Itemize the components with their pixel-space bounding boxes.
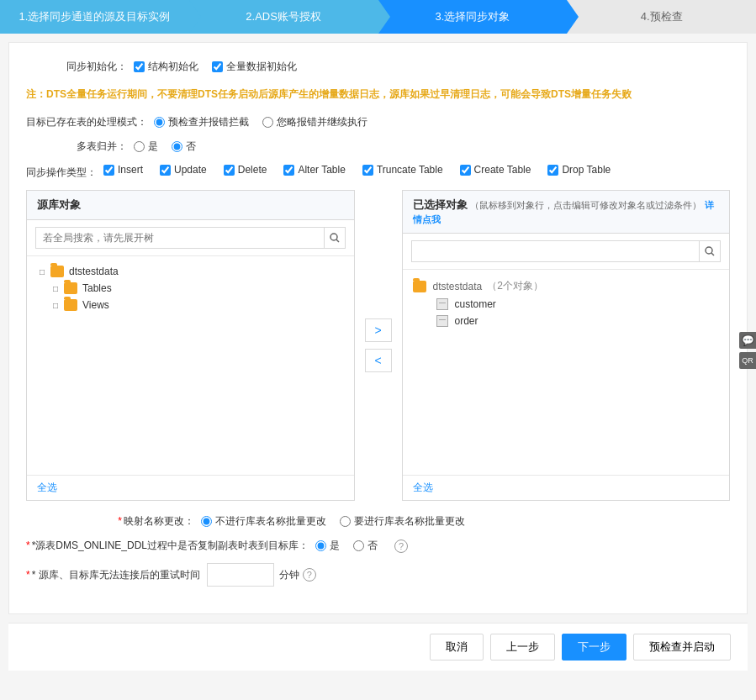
do-change-radio[interactable] bbox=[340, 516, 351, 527]
svg-line-1 bbox=[336, 239, 339, 242]
side-qr-button[interactable]: QR bbox=[739, 352, 756, 369]
tree-item-dtstestdata[interactable]: □ dtstestdata bbox=[37, 263, 344, 280]
cancel-button[interactable]: 取消 bbox=[430, 634, 484, 661]
ddl-copy-label: *源表DMS_ONLINE_DDL过程中是否复制副表时表到目标库： bbox=[26, 539, 309, 553]
step-3[interactable]: 3.选择同步对象 bbox=[378, 0, 568, 34]
target-search-input[interactable] bbox=[411, 240, 700, 262]
truncate-table-option[interactable]: Truncate Table bbox=[362, 164, 443, 176]
tree-item-tables[interactable]: □ Tables bbox=[50, 280, 344, 297]
step-1[interactable]: 1.选择同步通道的源及目标实例 bbox=[0, 0, 189, 34]
target-table-mode-row: 目标已存在表的处理模式： 预检查并报错拦截 您略报错并继续执行 bbox=[26, 115, 730, 129]
folder-icon-target-db bbox=[413, 281, 426, 292]
insert-option[interactable]: Insert bbox=[103, 164, 143, 176]
footer-bar: 取消 上一步 下一步 预检查并启动 bbox=[8, 623, 748, 671]
full-data-init-checkbox[interactable] bbox=[212, 61, 223, 72]
multi-table-row: 多表归并： 是 否 bbox=[26, 139, 730, 154]
alter-table-checkbox[interactable] bbox=[283, 165, 294, 176]
step-4[interactable]: 4.预检查 bbox=[567, 0, 756, 34]
ddl-yes-radio[interactable] bbox=[315, 540, 326, 551]
target-panel-search bbox=[403, 234, 730, 270]
alter-table-option[interactable]: Alter Table bbox=[283, 164, 345, 176]
mapping-name-row: 映射名称更改： 不进行库表名称批量更改 要进行库表名称批量更改 bbox=[26, 514, 730, 529]
expander-views[interactable]: □ bbox=[50, 300, 61, 310]
transfer-container: 源库对象 □ dtstestdata bbox=[26, 190, 730, 501]
target-panel-footer: 全选 bbox=[403, 475, 730, 500]
create-table-checkbox[interactable] bbox=[460, 165, 471, 176]
source-panel-header: 源库对象 bbox=[27, 191, 354, 220]
no-change-option[interactable]: 不进行库表名称批量更改 bbox=[201, 514, 326, 529]
target-search-button[interactable] bbox=[700, 240, 721, 262]
selected-db-dtstestdata: dtstestdata （2个对象） bbox=[413, 276, 720, 296]
sync-init-row: 同步初始化： 结构初始化 全量数据初始化 bbox=[26, 60, 730, 74]
search-icon bbox=[330, 233, 340, 243]
next-button[interactable]: 下一步 bbox=[562, 634, 626, 661]
expander-tables[interactable]: □ bbox=[50, 283, 61, 293]
source-search-input[interactable] bbox=[35, 227, 325, 249]
retry-time-help-icon[interactable]: ? bbox=[303, 568, 316, 582]
drop-table-option[interactable]: Drop Table bbox=[547, 164, 611, 176]
insert-checkbox[interactable] bbox=[103, 165, 114, 176]
create-table-option[interactable]: Create Table bbox=[460, 164, 531, 176]
side-chat-button[interactable]: 💬 bbox=[739, 332, 756, 349]
struct-init-option[interactable]: 结构初始化 bbox=[134, 60, 198, 74]
mapping-name-options: 不进行库表名称批量更改 要进行库表名称批量更改 bbox=[201, 514, 465, 529]
expander-dtstestdata[interactable]: □ bbox=[37, 266, 47, 276]
ignore-error-option[interactable]: 您略报错并继续执行 bbox=[262, 115, 367, 129]
step-2[interactable]: 2.ADS账号授权 bbox=[189, 0, 378, 34]
selected-table-order[interactable]: order bbox=[413, 313, 720, 329]
target-select-all-link[interactable]: 全选 bbox=[413, 482, 433, 493]
precheck-button[interactable]: 预检查并启动 bbox=[633, 634, 731, 661]
retry-time-label: * 源库、目标库无法连接后的重试时间 bbox=[26, 568, 200, 582]
source-select-all-link[interactable]: 全选 bbox=[37, 482, 57, 493]
ddl-copy-options: 是 否 ? bbox=[315, 539, 408, 553]
search-icon-target bbox=[705, 246, 715, 256]
table-icon-order bbox=[436, 315, 448, 327]
target-panel-body: dtstestdata （2个对象） customer order bbox=[403, 270, 730, 475]
delete-option[interactable]: Delete bbox=[224, 164, 267, 176]
update-option[interactable]: Update bbox=[160, 164, 207, 176]
do-change-option[interactable]: 要进行库表名称批量更改 bbox=[340, 514, 465, 529]
full-data-init-option[interactable]: 全量数据初始化 bbox=[212, 60, 297, 74]
no-change-radio[interactable] bbox=[201, 516, 212, 527]
precheck-block-option[interactable]: 预检查并报错拦截 bbox=[154, 115, 249, 129]
folder-icon-views bbox=[64, 299, 77, 311]
progress-bar: 1.选择同步通道的源及目标实例 2.ADS账号授权 3.选择同步对象 4.预检查 bbox=[0, 0, 756, 34]
ddl-no-option[interactable]: 否 bbox=[353, 539, 378, 553]
tree-item-views[interactable]: □ Views bbox=[50, 297, 344, 313]
source-panel-footer: 全选 bbox=[27, 475, 354, 500]
multi-table-no-radio[interactable] bbox=[172, 141, 182, 152]
source-panel-search bbox=[27, 220, 354, 256]
main-content: 同步初始化： 结构初始化 全量数据初始化 注：DTS全量任务运行期间，不要清理D… bbox=[8, 42, 748, 614]
source-panel-body: □ dtstestdata □ Tables □ Views bbox=[27, 256, 354, 475]
truncate-table-checkbox[interactable] bbox=[362, 165, 373, 176]
sync-ops-grid: Insert Update Delete Alter Table Truncat… bbox=[103, 164, 611, 176]
multi-table-yes-option[interactable]: 是 bbox=[134, 139, 158, 154]
ignore-error-radio[interactable] bbox=[262, 117, 273, 128]
multi-table-no-option[interactable]: 否 bbox=[172, 139, 196, 154]
target-table-mode-label: 目标已存在表的处理模式： bbox=[26, 115, 147, 129]
transfer-buttons: > < bbox=[355, 190, 402, 501]
ddl-copy-help-icon[interactable]: ? bbox=[394, 539, 408, 553]
sync-ops-row: 同步操作类型： Insert Update Delete Alter Table… bbox=[26, 164, 730, 180]
drop-table-checkbox[interactable] bbox=[547, 165, 558, 176]
delete-checkbox[interactable] bbox=[224, 165, 235, 176]
struct-init-checkbox[interactable] bbox=[134, 61, 145, 72]
svg-point-2 bbox=[706, 247, 712, 254]
ddl-no-radio[interactable] bbox=[353, 540, 364, 551]
prev-button[interactable]: 上一步 bbox=[490, 634, 555, 661]
sync-ops-label: 同步操作类型： bbox=[26, 164, 97, 180]
svg-point-0 bbox=[330, 234, 337, 240]
ddl-yes-option[interactable]: 是 bbox=[315, 539, 340, 553]
transfer-forward-button[interactable]: > bbox=[365, 318, 392, 342]
retry-time-input[interactable]: 720 bbox=[207, 563, 274, 587]
folder-icon-dtstestdata bbox=[50, 266, 64, 277]
source-search-button[interactable] bbox=[325, 227, 346, 249]
multi-table-label: 多表归并： bbox=[26, 139, 127, 154]
multi-table-yes-radio[interactable] bbox=[134, 141, 145, 152]
transfer-backward-button[interactable]: < bbox=[365, 349, 392, 372]
svg-line-3 bbox=[711, 253, 714, 255]
retry-time-row: * 源库、目标库无法连接后的重试时间 720 分钟 ? bbox=[26, 563, 730, 587]
update-checkbox[interactable] bbox=[160, 165, 171, 176]
precheck-block-radio[interactable] bbox=[154, 117, 165, 128]
selected-table-customer[interactable]: customer bbox=[413, 296, 720, 313]
